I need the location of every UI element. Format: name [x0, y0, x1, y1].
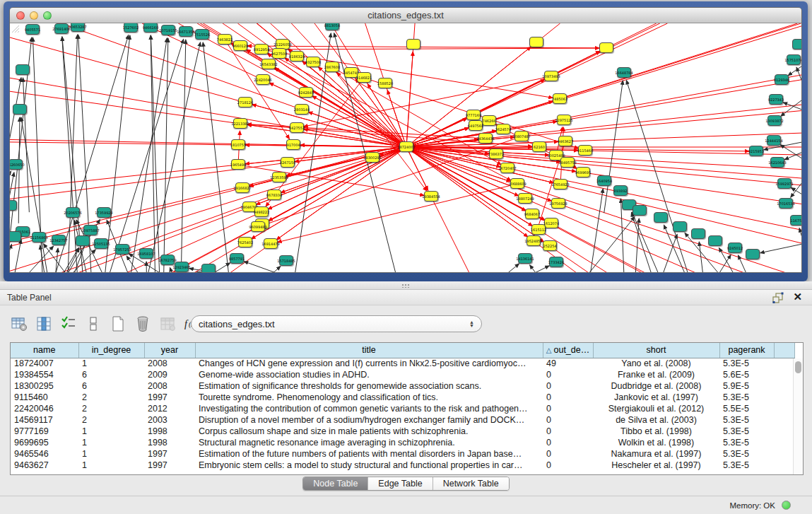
graph-node[interactable]: 12444154	[767, 135, 781, 146]
splitter-handle[interactable]	[401, 284, 410, 288]
graph-node[interactable]: 7625402	[238, 237, 252, 247]
graph-node[interactable]: 17359928	[97, 207, 111, 218]
graph-node[interactable]: 10688609	[510, 178, 524, 189]
table-row[interactable]: 969969511998Structural magnetic resonanc…	[11, 437, 794, 448]
graph-node[interactable]: 1612074	[544, 218, 558, 228]
graph-node[interactable]	[201, 264, 216, 272]
graph-node[interactable]: 9660128	[233, 40, 247, 51]
table-row[interactable]: 1938455462009Genome-wide association stu…	[11, 369, 794, 380]
graph-node[interactable]: 8454749	[344, 67, 358, 78]
graph-node[interactable]: 9699695	[576, 167, 590, 177]
graph-node[interactable]	[746, 249, 760, 259]
graph-node[interactable]	[406, 39, 420, 49]
graph-node[interactable]	[529, 37, 543, 47]
graph-node[interactable]: 16958107	[139, 248, 153, 259]
graph-node[interactable]: 2718126	[238, 97, 252, 107]
table-row[interactable]: 946554611997Estimation of the future num…	[11, 448, 794, 460]
graph-node[interactable]: 10719155	[161, 25, 175, 35]
graph-node[interactable]: 22420046	[256, 74, 270, 85]
graph-node[interactable]: 16543382	[261, 59, 276, 69]
graph-node[interactable]: 16914479	[264, 238, 278, 249]
resize-grip-icon[interactable]	[10, 23, 20, 33]
graph-node[interactable]: 18807249	[518, 193, 532, 204]
graph-node[interactable]: 15718485	[279, 255, 293, 266]
graph-node[interactable]: 18300295	[365, 152, 379, 163]
graph-node[interactable]	[76, 235, 90, 246]
table-row[interactable]: 1872400712008Changes of HCN gene express…	[11, 358, 794, 369]
network-canvas[interactable]: 1872400718300295193845547463822966012889…	[10, 23, 801, 272]
graph-node[interactable]	[10, 231, 21, 242]
graph-node[interactable]: 2803144	[295, 104, 309, 115]
graph-node[interactable]	[792, 39, 801, 49]
graph-node[interactable]: 15751074	[787, 54, 801, 65]
minimize-window-icon[interactable]	[30, 11, 38, 20]
graph-node[interactable]	[708, 235, 722, 246]
table-selector[interactable]: citations_edges.txt ▲▼	[191, 315, 482, 332]
graph-node[interactable]: 19166827	[235, 182, 249, 193]
graph-node[interactable]: 9498222	[254, 206, 269, 217]
graph-node[interactable]: 9405571	[25, 24, 40, 35]
graph-node[interactable]: 27691406	[54, 23, 69, 34]
graph-node[interactable]: 17654923	[553, 179, 567, 189]
delete-column-icon[interactable]	[134, 315, 152, 333]
graph-node[interactable]: 16671358	[179, 26, 193, 37]
graph-node[interactable]: 9227343	[769, 94, 783, 105]
graph-node[interactable]: 8186328	[290, 51, 304, 62]
graph-node[interactable]: 10807487	[514, 131, 529, 141]
graph-node[interactable]: 6497568	[469, 120, 483, 131]
graph-node[interactable]: 917004	[286, 139, 300, 150]
column-header-title[interactable]: title	[195, 343, 543, 358]
graph-node[interactable]: 9115460	[578, 145, 592, 156]
table-scrollbar[interactable]	[793, 358, 803, 474]
graph-node[interactable]: 10975887	[83, 225, 98, 235]
graph-node[interactable]: 14136141	[518, 253, 532, 264]
network-window-titlebar[interactable]: citations_edges.txt	[10, 8, 801, 23]
graph-node[interactable]: 16782759	[160, 255, 175, 265]
graph-node[interactable]: 9245012	[728, 243, 742, 253]
graph-node[interactable]: 62160	[532, 141, 546, 152]
tab-node-table[interactable]: Node Table	[303, 477, 368, 490]
graph-node[interactable]: 12213383	[233, 118, 247, 129]
graph-node[interactable]: 7463822	[218, 34, 232, 45]
table-row[interactable]: 911546021997Tourette syndrome. Phenomeno…	[11, 392, 794, 403]
table-row[interactable]: 977716911998Corpus callosum shape and si…	[11, 426, 794, 437]
graph-node[interactable]: 15992971	[777, 178, 792, 189]
table-scrollbar-thumb[interactable]	[795, 361, 801, 373]
graph-node[interactable]: 2867608	[325, 62, 339, 72]
table-row[interactable]: 946362711997Embryonic stem cells: a mode…	[11, 460, 794, 471]
graph-node[interactable]: 9215953	[749, 146, 763, 156]
table-row[interactable]: 2242004622012Investigating the contribut…	[11, 403, 794, 414]
new-column-icon[interactable]	[109, 315, 127, 333]
graph-node[interactable]: 7515526	[195, 29, 209, 40]
graph-node[interactable]: 11156863	[32, 232, 46, 243]
graph-node[interactable]: 9146821	[357, 72, 371, 83]
graph-node[interactable]: 12975125	[557, 115, 571, 125]
graph-node[interactable]: 1810755	[231, 139, 245, 150]
graph-node[interactable]: 116753	[790, 215, 801, 226]
graph-node[interactable]	[16, 64, 30, 75]
graph-node[interactable]: 10973493	[544, 71, 558, 81]
graph-node[interactable]	[632, 205, 647, 216]
show-columns-icon[interactable]	[35, 315, 53, 333]
column-header-pagerank[interactable]: pagerank	[719, 343, 774, 358]
graph-node[interactable]: 7386372	[489, 148, 503, 159]
graph-node[interactable]: 9777169	[466, 110, 481, 120]
graph-node[interactable]: 18495758	[560, 157, 575, 168]
graph-node[interactable]: 12505135	[94, 238, 108, 249]
graph-node[interactable]: 20206576	[66, 207, 80, 218]
graph-node[interactable]: 96099489	[251, 221, 265, 232]
zoom-window-icon[interactable]	[43, 11, 52, 20]
graph-node[interactable]: 1527602	[124, 23, 138, 33]
graph-node[interactable]: 252254	[543, 240, 557, 251]
column-header-in_degree[interactable]: in_degree	[78, 343, 144, 358]
graph-node[interactable]: 16720407	[500, 163, 514, 173]
graph-node[interactable]: 25260650	[10, 159, 23, 170]
graph-node[interactable]: 1733426	[549, 257, 563, 267]
graph-node[interactable]: 9327508	[306, 57, 320, 67]
graph-node[interactable]: 17016534	[779, 198, 793, 209]
table-row[interactable]: 1456911722003Disruption of a novel membe…	[11, 414, 794, 426]
graph-node[interactable]: 9627508	[272, 48, 286, 59]
graph-node[interactable]	[673, 221, 687, 232]
graph-node[interactable]: 8813054	[325, 23, 339, 30]
graph-node[interactable]: 19524851	[526, 235, 541, 246]
